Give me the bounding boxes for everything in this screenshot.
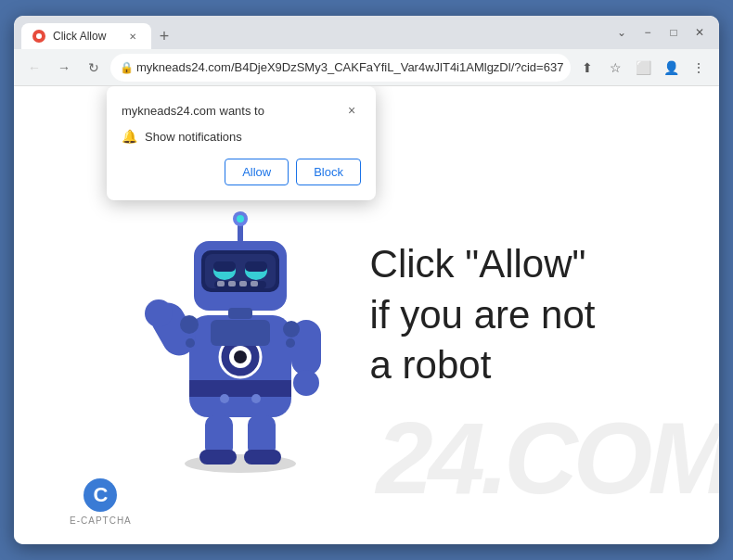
title-bar: Click Allow ✕ + ⌄ − □ ✕	[14, 16, 719, 49]
popup-header: mykneads24.com wants to ×	[122, 101, 361, 120]
tab-close-button[interactable]: ✕	[125, 29, 140, 44]
robot-illustration	[138, 158, 342, 473]
popup-actions: Allow Block	[122, 159, 361, 185]
back-button[interactable]: ←	[21, 55, 47, 81]
window-controls: ⌄ − □ ✕	[610, 20, 712, 45]
main-text: Click "Allow" if you are not a robot	[370, 239, 596, 391]
svg-point-23	[237, 215, 244, 223]
notification-popup: mykneads24.com wants to × 🔔 Show notific…	[107, 86, 376, 200]
allow-button[interactable]: Allow	[225, 159, 289, 185]
popup-notification-text: Show notifications	[145, 130, 242, 144]
svg-point-5	[234, 350, 247, 363]
block-button[interactable]: Block	[296, 159, 361, 185]
extensions-icon[interactable]: ⬜	[630, 55, 656, 81]
svg-rect-2	[189, 380, 291, 397]
svg-rect-15	[245, 261, 267, 272]
nav-right-icons: ⬆ ☆ ⬜ 👤 ⋮	[574, 55, 712, 81]
main-text-line1: Click "Allow"	[370, 239, 596, 290]
tab-favicon	[32, 30, 45, 43]
profile-icon[interactable]: 👤	[658, 55, 684, 81]
bell-icon: 🔔	[122, 129, 137, 144]
minimize-button[interactable]: −	[636, 20, 660, 45]
svg-point-30	[283, 321, 300, 337]
browser-window: Click Allow ✕ + ⌄ − □ ✕ ← → ↻ 🔒 ⬆ ☆ ⬜ 👤 …	[14, 16, 719, 544]
ecaptcha-icon: C	[84, 478, 117, 512]
new-tab-button[interactable]: +	[151, 23, 177, 49]
svg-point-7	[220, 394, 229, 403]
svg-point-36	[286, 338, 295, 348]
svg-rect-33	[199, 450, 237, 465]
svg-point-27	[180, 315, 199, 334]
maximize-button[interactable]: □	[662, 20, 686, 45]
chevron-down-icon[interactable]: ⌄	[610, 20, 634, 45]
svg-point-29	[293, 370, 319, 396]
tab-bar: Click Allow ✕ +	[21, 16, 610, 49]
svg-rect-20	[251, 281, 258, 286]
svg-rect-34	[244, 450, 281, 465]
svg-rect-14	[213, 261, 236, 272]
close-window-button[interactable]: ✕	[688, 20, 712, 45]
navigation-bar: ← → ↻ 🔒 ⬆ ☆ ⬜ 👤 ⋮	[14, 49, 719, 86]
ecaptcha-label: E-CAPTCHA	[70, 515, 132, 526]
popup-title: mykneads24.com wants to	[122, 104, 264, 118]
address-input[interactable]	[110, 54, 571, 82]
main-text-line3: a robot	[370, 340, 596, 391]
page-content: mykneads24.com wants to × 🔔 Show notific…	[14, 86, 719, 544]
svg-point-8	[251, 394, 261, 403]
ecaptcha-logo: C E-CAPTCHA	[70, 478, 132, 526]
lock-icon: 🔒	[120, 61, 134, 74]
bookmark-icon[interactable]: ☆	[602, 55, 628, 81]
svg-point-26	[145, 299, 173, 327]
more-options-icon[interactable]: ⋮	[686, 55, 712, 81]
popup-close-button[interactable]: ×	[342, 101, 361, 120]
active-tab[interactable]: Click Allow ✕	[21, 23, 151, 49]
svg-rect-17	[217, 281, 225, 286]
reload-button[interactable]: ↻	[81, 55, 107, 81]
main-text-block: Click "Allow" if you are not a robot	[370, 239, 596, 391]
popup-notification-row: 🔔 Show notifications	[122, 129, 361, 144]
share-icon[interactable]: ⬆	[574, 55, 600, 81]
svg-rect-18	[228, 281, 236, 286]
svg-rect-19	[239, 281, 247, 286]
watermark: 24.COM	[376, 399, 719, 516]
svg-rect-6	[211, 320, 270, 346]
address-bar-wrapper: 🔒	[110, 54, 571, 82]
main-text-line2: if you are not	[370, 290, 596, 341]
forward-button[interactable]: →	[51, 55, 77, 81]
tab-title: Click Allow	[53, 30, 118, 43]
svg-rect-24	[228, 308, 252, 319]
svg-point-35	[186, 338, 195, 348]
